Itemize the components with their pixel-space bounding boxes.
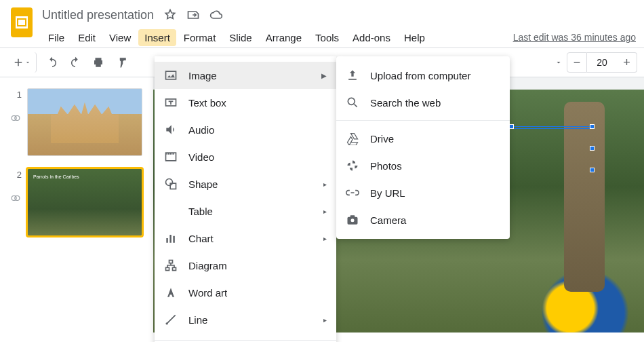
- menu-label: Line: [188, 314, 207, 326]
- textbox-icon: [164, 96, 178, 109]
- by-url[interactable]: By URL: [336, 179, 510, 206]
- svg-rect-11: [166, 71, 176, 79]
- camera[interactable]: Camera: [336, 206, 510, 233]
- video-icon: [164, 150, 178, 164]
- zoom-in-button[interactable]: +: [617, 52, 637, 73]
- insert-audio[interactable]: Audio: [155, 116, 336, 143]
- shape-icon: [164, 177, 178, 191]
- menu-insert[interactable]: Insert: [138, 29, 176, 46]
- submenu-arrow-icon: ▸: [323, 208, 327, 215]
- insert-textbox[interactable]: Text box: [155, 89, 336, 116]
- zoom-dropdown[interactable]: [550, 52, 567, 73]
- paint-format-button[interactable]: [111, 52, 132, 73]
- svg-rect-15: [170, 183, 176, 189]
- slide-panel: 1 2 Parrots in the Caribes: [0, 77, 153, 332]
- svg-point-14: [166, 179, 173, 186]
- insert-line[interactable]: Line ▸: [155, 306, 336, 333]
- drive-icon: [346, 132, 359, 145]
- submenu-arrow-icon: ▸: [323, 180, 327, 188]
- menu-label: Image: [188, 70, 217, 81]
- insert-shape[interactable]: Shape ▸: [155, 170, 336, 197]
- thumb-number: 2: [11, 168, 22, 180]
- menu-addons[interactable]: Add-ons: [346, 29, 397, 46]
- search-the-web[interactable]: Search the web: [336, 89, 510, 116]
- menu-view[interactable]: View: [103, 29, 137, 46]
- insert-image[interactable]: Image ▶: [155, 62, 336, 89]
- svg-point-22: [351, 218, 355, 222]
- svg-rect-17: [166, 267, 169, 270]
- menu-label: Upload from computer: [370, 70, 470, 81]
- menu-label: Drive: [370, 133, 394, 145]
- insert-menu-dropdown: Image ▶ Text box Audio Video Shape ▸ Tab…: [155, 56, 336, 342]
- cloud-icon[interactable]: [209, 8, 223, 22]
- menu-arrange[interactable]: Arrange: [260, 29, 308, 46]
- svg-rect-18: [173, 267, 176, 270]
- undo-button[interactable]: [42, 52, 62, 73]
- menu-slide[interactable]: Slide: [223, 29, 258, 46]
- menu-help[interactable]: Help: [398, 29, 431, 46]
- table-icon: [164, 204, 178, 218]
- menubar: File Edit View Insert Format Slide Arran…: [42, 27, 636, 48]
- menu-label: Search the web: [370, 97, 441, 109]
- svg-point-20: [348, 98, 355, 104]
- svg-rect-23: [350, 215, 355, 217]
- zoom-value[interactable]: 20: [587, 52, 617, 73]
- menu-edit[interactable]: Edit: [72, 29, 102, 46]
- image-submenu: Upload from computer Search the web Driv…: [336, 56, 510, 239]
- new-slide-button[interactable]: [7, 52, 37, 73]
- drive[interactable]: Drive: [336, 125, 510, 152]
- search-icon: [346, 96, 359, 109]
- wordart-icon: [164, 286, 178, 299]
- star-icon[interactable]: [163, 8, 177, 22]
- insert-wordart[interactable]: Word art: [155, 279, 336, 306]
- svg-point-19: [166, 322, 168, 324]
- thumb-number: 1: [11, 88, 22, 100]
- insert-diagram[interactable]: Diagram: [155, 252, 336, 279]
- audio-icon: [164, 123, 178, 136]
- submenu-arrow-icon: ▸: [323, 235, 327, 242]
- submenu-arrow-icon: ▸: [323, 316, 327, 324]
- slide-thumbnail-selected[interactable]: Parrots in the Caribes: [27, 168, 142, 236]
- photos-icon: [346, 159, 359, 172]
- move-icon[interactable]: [186, 8, 200, 22]
- svg-rect-16: [169, 261, 173, 263]
- insert-table[interactable]: Table ▸: [155, 197, 336, 225]
- transition-icon: [11, 180, 22, 205]
- photos[interactable]: Photos: [336, 152, 510, 179]
- menu-label: Video: [188, 151, 214, 163]
- menu-tools[interactable]: Tools: [309, 29, 345, 46]
- menu-label: By URL: [370, 187, 405, 199]
- menu-file[interactable]: File: [42, 29, 71, 46]
- line-icon: [164, 313, 178, 326]
- menu-label: Diagram: [188, 260, 227, 271]
- submenu-arrow-icon: ▶: [321, 72, 327, 79]
- menu-format[interactable]: Format: [178, 29, 222, 46]
- menu-label: Table: [188, 206, 213, 217]
- selection-box[interactable]: [511, 126, 592, 129]
- slides-logo[interactable]: [8, 5, 35, 39]
- menu-label: Chart: [188, 233, 214, 244]
- svg-point-8: [15, 116, 20, 121]
- menu-label: Photos: [370, 160, 402, 172]
- insert-chart[interactable]: Chart ▸: [155, 225, 336, 252]
- redo-button[interactable]: [65, 52, 85, 73]
- upload-icon: [346, 69, 359, 82]
- upload-from-computer[interactable]: Upload from computer: [336, 62, 510, 89]
- last-edit-link[interactable]: Last edit was 36 minutes ago: [513, 32, 636, 43]
- thumb-caption: Parrots in the Caribes: [33, 174, 79, 179]
- camera-icon: [346, 213, 359, 227]
- doc-title[interactable]: Untitled presentation: [42, 8, 154, 22]
- slide-thumbnail[interactable]: [27, 88, 142, 156]
- diagram-icon: [164, 259, 178, 272]
- menu-label: Audio: [188, 124, 214, 136]
- zoom-out-button[interactable]: −: [567, 52, 587, 73]
- transition-icon: [11, 100, 22, 125]
- insert-video[interactable]: Video: [155, 143, 336, 170]
- menu-label: Camera: [370, 214, 406, 226]
- menu-label: Shape: [188, 178, 218, 190]
- link-icon: [346, 186, 359, 200]
- menu-label: Text box: [188, 97, 226, 109]
- image-icon: [164, 69, 178, 82]
- print-button[interactable]: [88, 52, 108, 73]
- svg-point-10: [15, 196, 20, 201]
